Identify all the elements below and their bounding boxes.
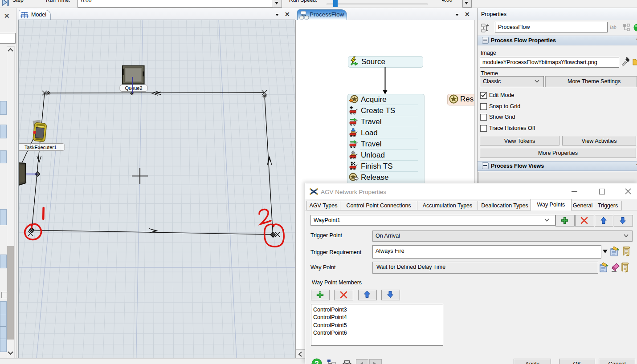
svg-text:?: ? xyxy=(314,360,319,364)
svg-text:Queue2: Queue2 xyxy=(125,85,142,91)
svg-text:TaskExecuter1: TaskExecuter1 xyxy=(24,145,57,150)
